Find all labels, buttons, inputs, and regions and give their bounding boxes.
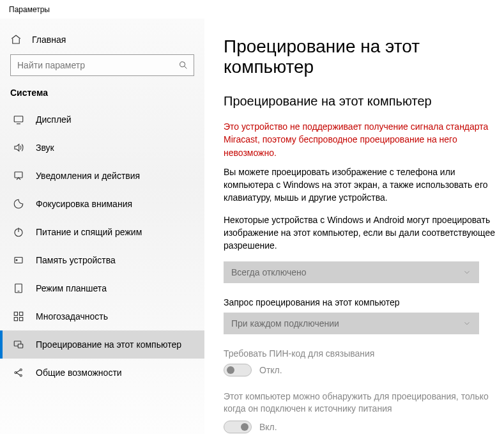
svg-point-8 <box>16 260 17 261</box>
sidebar-item-label: Уведомления и действия <box>36 171 194 181</box>
sound-icon <box>13 142 24 153</box>
svg-rect-16 <box>18 344 23 348</box>
miracast-warning: Это устройство не поддерживает получение… <box>224 120 492 159</box>
search-box[interactable] <box>10 54 194 76</box>
power-icon <box>13 226 24 238</box>
require-pin-toggle[interactable] <box>224 364 252 376</box>
ask-to-project-label: Запрос проецирования на этот компьютер <box>224 297 504 307</box>
svg-rect-11 <box>14 312 17 315</box>
sidebar-item-project[interactable]: Проецирование на этот компьютер <box>0 330 204 359</box>
home-label: Главная <box>32 35 66 45</box>
svg-rect-13 <box>14 318 17 321</box>
permission-dropdown[interactable]: Всегда отключено <box>224 261 479 283</box>
project-icon <box>13 339 24 350</box>
ask-to-project-dropdown[interactable]: При каждом подключении <box>224 313 479 334</box>
sidebar-item-sound[interactable]: Звук <box>0 134 204 162</box>
svg-rect-2 <box>14 116 23 122</box>
sidebar-item-notifications[interactable]: Уведомления и действия <box>0 162 204 190</box>
sidebar-item-label: Дисплей <box>36 114 194 125</box>
sidebar-item-label: Режим планшета <box>36 283 194 293</box>
tablet-icon <box>13 283 24 294</box>
share-icon <box>13 367 24 378</box>
svg-rect-14 <box>20 318 23 321</box>
sidebar: Главная Система Дисплей <box>0 19 204 434</box>
sidebar-item-label: Проецирование на этот компьютер <box>36 339 194 350</box>
multitask-icon <box>13 311 24 322</box>
section-title: Проецирование на этот компьютер <box>224 94 504 109</box>
sidebar-item-tablet[interactable]: Режим планшета <box>0 274 204 302</box>
sidebar-item-label: Звук <box>36 143 194 153</box>
display-icon <box>13 114 24 125</box>
description-2: Некоторые устройства с Windows и Android… <box>224 213 498 252</box>
svg-rect-12 <box>20 312 23 315</box>
sidebar-item-multitask[interactable]: Многозадачность <box>0 302 204 330</box>
sidebar-item-focus[interactable]: Фокусировка внимания <box>0 190 204 218</box>
svg-point-18 <box>20 369 22 371</box>
focus-icon <box>13 198 24 210</box>
storage-icon <box>13 254 24 266</box>
sidebar-item-label: Фокусировка внимания <box>36 199 194 209</box>
section-heading: Система <box>0 88 204 105</box>
sidebar-item-label: Питание и спящий режим <box>36 227 194 237</box>
chevron-down-icon <box>462 268 471 277</box>
sidebar-item-label: Многозадачность <box>36 311 194 322</box>
sidebar-item-display[interactable]: Дисплей <box>0 105 204 134</box>
sidebar-item-power[interactable]: Питание и спящий режим <box>0 218 204 246</box>
sidebar-item-label: Общие возможности <box>36 368 194 378</box>
window-title: Параметры <box>0 0 504 19</box>
sidebar-item-label: Память устройства <box>36 255 194 265</box>
home-button[interactable]: Главная <box>0 27 204 54</box>
nav-list: Дисплей Звук Уведомления и действия <box>0 105 204 387</box>
notifications-icon <box>13 170 24 182</box>
sidebar-item-storage[interactable]: Память устройства <box>0 246 204 274</box>
sidebar-item-share[interactable]: Общие возможности <box>0 359 204 387</box>
discoverable-label: Этот компьютер можно обнаружить для прое… <box>224 391 492 415</box>
require-pin-label: Требовать ПИН-код для связывания <box>224 348 504 359</box>
dropdown-value: Всегда отключено <box>231 267 307 277</box>
search-input[interactable] <box>17 60 178 70</box>
svg-point-17 <box>15 372 17 374</box>
home-icon <box>10 34 22 45</box>
discoverable-toggle[interactable] <box>224 421 252 433</box>
chevron-down-icon <box>462 319 471 328</box>
svg-rect-4 <box>15 172 22 178</box>
toggle-state-text: Откл. <box>259 365 282 375</box>
svg-line-1 <box>185 66 187 69</box>
toggle-state-text: Вкл. <box>259 422 277 432</box>
svg-point-19 <box>20 375 22 376</box>
dropdown-value: При каждом подключении <box>231 318 339 329</box>
page-title: Проецирование на этот компьютер <box>224 36 504 77</box>
description-1: Вы можете проецировать изображение с тел… <box>224 166 498 205</box>
search-icon <box>178 60 188 70</box>
content-pane: Проецирование на этот компьютер Проециро… <box>204 19 504 434</box>
svg-point-0 <box>180 62 185 67</box>
